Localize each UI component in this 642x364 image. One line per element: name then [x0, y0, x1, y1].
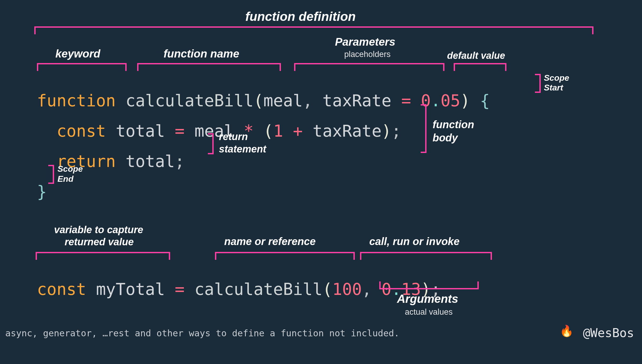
label-return-2: statement: [219, 143, 266, 155]
code-var-mytotal: myTotal: [96, 280, 165, 299]
label-return-1: return: [219, 131, 248, 142]
footer-handle: @WesBos: [583, 326, 634, 340]
label-variable-capture-1: variable to capture: [54, 224, 143, 236]
bracket-call-run-invoke: [360, 252, 492, 260]
bracket-default-value: [454, 63, 506, 71]
code-arg-1: 100: [332, 280, 362, 299]
footer-note: async, generator, …rest and other ways t…: [5, 328, 399, 338]
label-scope-end-1: Scope: [58, 164, 83, 174]
label-arguments-sub: actual values: [405, 307, 453, 317]
label-scope-start-2: Start: [544, 83, 563, 93]
code-scope-start-brace: {: [480, 91, 490, 110]
bracket-function-definition: [34, 26, 593, 34]
bracket-scope-end: [48, 165, 54, 184]
bracket-arguments: [379, 281, 479, 289]
label-function-body-1: function: [433, 119, 474, 131]
code-line-4: }: [37, 165, 47, 201]
bracket-variable-capture: [36, 252, 170, 260]
label-scope-end-2: End: [58, 174, 73, 184]
code-call-function-name: calculateBill: [194, 280, 322, 299]
label-keyword: keyword: [55, 47, 100, 60]
label-arguments: Arguments: [397, 292, 458, 305]
bracket-function-body: [421, 104, 427, 153]
label-function-name: function name: [164, 47, 239, 60]
label-variable-capture-2: returned value: [65, 236, 134, 248]
code-call-line: const myTotal = calculateBill(100, 0.13)…: [37, 262, 440, 298]
label-name-or-reference: name or reference: [224, 236, 316, 247]
label-parameters-sub: placeholders: [344, 50, 391, 59]
code-keyword-const-2: const: [37, 280, 86, 299]
label-parameters: Parameters: [335, 36, 395, 48]
bracket-function-name: [137, 63, 281, 71]
label-function-body-2: body: [433, 132, 458, 144]
fire-icon: 🔥: [560, 324, 573, 337]
label-function-definition: function definition: [245, 9, 356, 24]
label-scope-start-1: Scope: [544, 73, 569, 83]
code-scope-end-brace: }: [37, 182, 47, 201]
bracket-keyword: [37, 63, 127, 71]
bracket-parameters: [294, 63, 444, 71]
label-default-value: default value: [447, 50, 505, 61]
bracket-name-or-reference: [215, 252, 355, 260]
bracket-return-statement: [208, 133, 214, 154]
label-call-run-invoke: call, run or invoke: [369, 236, 459, 247]
bracket-scope-start: [535, 74, 541, 93]
